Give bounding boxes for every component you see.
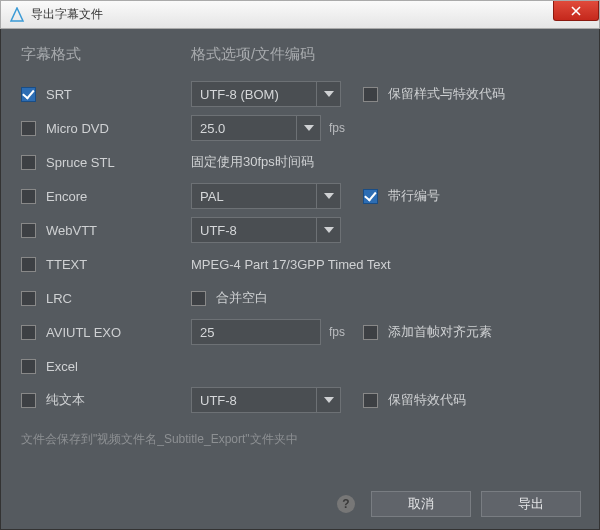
aviutl-add-align-label: 添加首帧对齐元素: [388, 323, 492, 341]
microdvd-fps-value: 25.0: [200, 121, 225, 136]
sprucestl-note: 固定使用30fps时间码: [191, 153, 314, 171]
plaintext-encoding-value: UTF-8: [200, 393, 237, 408]
aviutl-fps-unit: fps: [329, 325, 345, 339]
lrc-merge-blank-checkbox[interactable]: [191, 291, 206, 306]
microdvd-checkbox[interactable]: [21, 121, 36, 136]
srt-label: SRT: [46, 87, 72, 102]
srt-keep-style-checkbox[interactable]: [363, 87, 378, 102]
export-button[interactable]: 导出: [481, 491, 581, 517]
chevron-down-icon: [296, 116, 320, 140]
aviutl-checkbox[interactable]: [21, 325, 36, 340]
dialog-body: 字幕格式 SRT Micro DVD Spruce STL Encore Web…: [0, 29, 600, 530]
chevron-down-icon: [316, 82, 340, 106]
ttext-checkbox[interactable]: [21, 257, 36, 272]
window-title: 导出字幕文件: [31, 6, 103, 23]
options-header: 格式选项/文件编码: [191, 45, 351, 67]
webvtt-encoding-value: UTF-8: [200, 223, 237, 238]
excel-checkbox[interactable]: [21, 359, 36, 374]
sprucestl-checkbox[interactable]: [21, 155, 36, 170]
formats-header: 字幕格式: [21, 45, 191, 67]
aviutl-add-align-checkbox[interactable]: [363, 325, 378, 340]
plaintext-encoding-select[interactable]: UTF-8: [191, 387, 341, 413]
plaintext-keep-effect-checkbox[interactable]: [363, 393, 378, 408]
sprucestl-label: Spruce STL: [46, 155, 115, 170]
app-icon: [9, 7, 25, 23]
srt-encoding-value: UTF-8 (BOM): [200, 87, 279, 102]
save-location-note: 文件会保存到"视频文件名_Subtitle_Export"文件夹中: [21, 431, 579, 448]
srt-checkbox[interactable]: [21, 87, 36, 102]
webvtt-checkbox[interactable]: [21, 223, 36, 238]
close-button[interactable]: [553, 1, 599, 21]
titlebar: 导出字幕文件: [0, 0, 600, 29]
microdvd-fps-unit: fps: [329, 121, 345, 135]
encore-label: Encore: [46, 189, 87, 204]
cancel-button[interactable]: 取消: [371, 491, 471, 517]
help-icon[interactable]: ?: [337, 495, 355, 513]
excel-label: Excel: [46, 359, 78, 374]
lrc-checkbox[interactable]: [21, 291, 36, 306]
ttext-label: TTEXT: [46, 257, 87, 272]
plaintext-keep-effect-label: 保留特效代码: [388, 391, 466, 409]
aviutl-label: AVIUTL EXO: [46, 325, 121, 340]
webvtt-label: WebVTT: [46, 223, 97, 238]
encore-line-number-label: 带行编号: [388, 187, 440, 205]
plaintext-label: 纯文本: [46, 391, 85, 409]
srt-encoding-select[interactable]: UTF-8 (BOM): [191, 81, 341, 107]
encore-checkbox[interactable]: [21, 189, 36, 204]
srt-keep-style-label: 保留样式与特效代码: [388, 85, 505, 103]
encore-region-value: PAL: [200, 189, 224, 204]
lrc-label: LRC: [46, 291, 72, 306]
aviutl-fps-input[interactable]: [191, 319, 321, 345]
microdvd-fps-select[interactable]: 25.0: [191, 115, 321, 141]
microdvd-label: Micro DVD: [46, 121, 109, 136]
webvtt-encoding-select[interactable]: UTF-8: [191, 217, 341, 243]
encore-line-number-checkbox[interactable]: [363, 189, 378, 204]
chevron-down-icon: [316, 388, 340, 412]
plaintext-checkbox[interactable]: [21, 393, 36, 408]
encore-region-select[interactable]: PAL: [191, 183, 341, 209]
chevron-down-icon: [316, 184, 340, 208]
lrc-merge-blank-label: 合并空白: [216, 289, 268, 307]
chevron-down-icon: [316, 218, 340, 242]
